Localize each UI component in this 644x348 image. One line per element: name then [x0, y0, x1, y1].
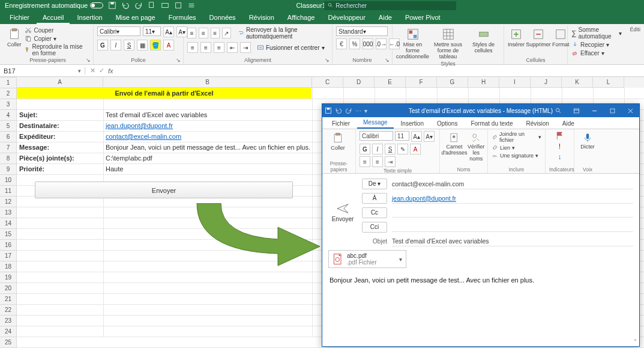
row-header[interactable]: 9 [0, 164, 17, 175]
ol-highlight[interactable]: ✎ [397, 144, 408, 154]
ol-decrease-font[interactable]: A▾ [424, 131, 435, 142]
col-header[interactable]: F [406, 77, 437, 88]
ol-tab-file[interactable]: Fichier [326, 118, 356, 129]
tab-powerpivot[interactable]: Power Pivot [399, 12, 447, 24]
row-header[interactable]: 2 [0, 88, 17, 99]
ol-font-color[interactable]: A [410, 144, 421, 154]
ol-from-button[interactable]: De ▾ [362, 179, 387, 189]
row-header[interactable]: 25 [0, 337, 17, 348]
number-launcher[interactable]: ↘ [385, 57, 391, 63]
comma-button[interactable]: 000 [363, 38, 373, 49]
row-header[interactable]: 18 [0, 261, 17, 272]
indent-decrease-button[interactable]: ⇤ [227, 42, 238, 53]
italic-button[interactable]: I [110, 40, 121, 50]
align-top-button[interactable]: ≡ [187, 28, 196, 38]
ol-collapse-ribbon-icon[interactable]: ˄ [634, 338, 637, 345]
redo-icon[interactable] [134, 1, 143, 10]
col-header[interactable]: A [17, 77, 103, 88]
underline-button[interactable]: S [124, 40, 134, 50]
flag-icon[interactable] [555, 131, 565, 141]
value-expediteur[interactable]: contact@excel-malin.com [103, 131, 312, 142]
ol-attach-file-button[interactable]: Joindre un fichier ▾ [492, 131, 541, 143]
fill-button[interactable]: Recopier ▾ [571, 41, 622, 48]
search-input[interactable] [336, 2, 453, 9]
row-header[interactable]: 19 [0, 272, 17, 283]
ol-tab-options[interactable]: Options [431, 118, 463, 129]
ol-bullets[interactable]: ≡ [360, 156, 370, 167]
ol-increase-font[interactable]: A▴ [411, 131, 422, 142]
ol-tab-review[interactable]: Révision [520, 118, 555, 129]
row-header[interactable]: 5 [0, 121, 17, 132]
font-launcher[interactable]: ↘ [176, 57, 182, 63]
qat-icon-1[interactable] [148, 1, 156, 10]
col-header[interactable]: I [499, 77, 531, 88]
value-pj[interactable]: C:\temp\abc.pdf [103, 153, 312, 163]
align-left-button[interactable]: ≡ [187, 42, 198, 53]
cells-delete-button[interactable]: Supprimer [527, 26, 550, 48]
ol-ribbon-mode-icon[interactable] [567, 104, 585, 117]
low-importance-icon[interactable]: ↓ [558, 153, 562, 161]
envoyer-button[interactable]: Envoyer [35, 182, 293, 198]
accounting-button[interactable]: € [336, 38, 347, 49]
align-bottom-button[interactable]: ≡ [211, 28, 220, 38]
cell-styles-button[interactable]: Styles de cellules [467, 26, 500, 54]
ol-tab-insert[interactable]: Insertion [395, 118, 430, 129]
row-header[interactable]: 3 [0, 99, 17, 110]
col-header[interactable]: K [562, 77, 593, 88]
col-header[interactable]: C [312, 77, 343, 88]
increase-decimal-button[interactable]: .0→ [376, 38, 387, 49]
row-header[interactable]: 14 [0, 218, 17, 229]
row-header[interactable]: 4 [0, 110, 17, 121]
autosum-button[interactable]: ∑Somme automatique ▾ [571, 26, 622, 40]
ol-bold[interactable]: G [360, 144, 370, 154]
ol-search-icon[interactable] [549, 104, 567, 117]
ol-cci-field[interactable] [392, 222, 633, 232]
col-header[interactable]: E [375, 77, 406, 88]
ol-redo-icon[interactable] [345, 107, 352, 114]
row-header[interactable]: 6 [0, 132, 17, 142]
label-expediteur[interactable]: Expéditeur: [17, 131, 103, 142]
align-middle-button[interactable]: ≡ [199, 28, 208, 38]
format-painter-button[interactable]: Reproduire la mise en forme [25, 43, 89, 56]
ol-to-field[interactable]: jean.dupont@dupont.fr [392, 194, 633, 204]
orientation-button[interactable]: ↗ [222, 28, 231, 38]
ol-font-name[interactable]: Calibri [360, 131, 393, 141]
value-priorite[interactable]: Haute [103, 163, 312, 174]
paste-button[interactable]: Coller [6, 26, 22, 48]
row-header[interactable]: 20 [0, 283, 17, 294]
minimize-button[interactable] [585, 104, 603, 117]
row-header[interactable]: 15 [0, 229, 17, 240]
ol-cc-field[interactable] [392, 208, 633, 218]
ol-checknames-button[interactable]: Vérifier les noms [468, 131, 485, 162]
clear-button[interactable]: Effacer ▾ [571, 49, 622, 56]
ol-underline[interactable]: S [385, 144, 396, 154]
format-as-table-button[interactable]: Mettre sous forme de tableau [432, 26, 465, 60]
ol-tab-help[interactable]: Aide [556, 118, 580, 129]
tab-review[interactable]: Révision [243, 12, 280, 24]
qat-icon-3[interactable] [174, 1, 182, 10]
qat-icon-2[interactable] [161, 1, 169, 10]
ol-cc-button[interactable]: Cc [362, 207, 387, 218]
value-destinataire[interactable]: jean.dupont@dupont.fr [103, 120, 312, 131]
fx-icon[interactable]: fx [108, 67, 113, 75]
search-box[interactable] [324, 1, 456, 10]
ol-font-size[interactable]: 11 [395, 131, 409, 141]
align-right-button[interactable]: ≡ [214, 42, 224, 53]
row-header[interactable]: 24 [0, 326, 17, 337]
col-header[interactable]: L [593, 77, 624, 88]
banner-cell[interactable]: Envoi de l'email à partir d'Excel [17, 88, 311, 99]
ol-dictate-button[interactable]: Dicter [578, 131, 597, 150]
enter-formula-icon[interactable]: ✓ [99, 67, 104, 75]
tab-view[interactable]: Affichage [281, 12, 321, 24]
ol-message-body[interactable]: Bonjour Jean, voici un petit message de … [328, 272, 633, 341]
tab-developer[interactable]: Développeur [322, 12, 371, 24]
label-sujet[interactable]: Sujet: [17, 109, 103, 120]
chevron-down-icon[interactable]: ▾ [399, 256, 402, 263]
col-header[interactable]: H [468, 77, 499, 88]
percent-button[interactable]: % [349, 38, 360, 49]
font-size-select[interactable]: 11 ▾ [143, 26, 161, 36]
ol-signature-button[interactable]: Une signature ▾ [492, 152, 541, 159]
fill-color-button[interactable]: 🪣 [150, 40, 161, 50]
ol-cci-button[interactable]: Cci [362, 222, 387, 233]
clipboard-launcher[interactable]: ↘ [86, 57, 92, 63]
